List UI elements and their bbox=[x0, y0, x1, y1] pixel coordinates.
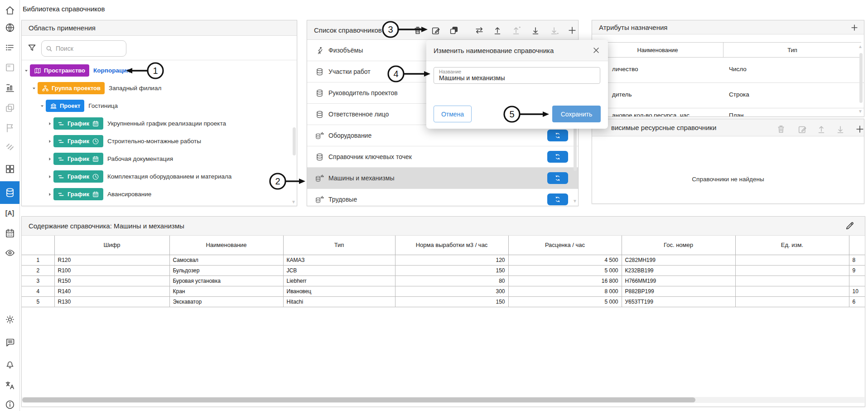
caret-right-icon[interactable] bbox=[46, 139, 53, 144]
caret-right-icon[interactable] bbox=[46, 121, 53, 126]
tree-item[interactable]: ГрафикКомплектация оборудованием и матер… bbox=[22, 168, 293, 185]
directory-item[interactable]: Трудовые bbox=[307, 189, 578, 206]
name-field[interactable]: Название Машины и механизмы bbox=[434, 67, 600, 84]
upload-icon bbox=[492, 25, 502, 35]
directory-item-label: Руководитель проектов bbox=[328, 89, 398, 97]
content-table-row[interactable]: 3R150Буровая установкаLiebherr8016 800Н7… bbox=[22, 276, 865, 286]
tree-item[interactable]: ГрафикАвансирование bbox=[22, 185, 293, 203]
sync-badge[interactable] bbox=[547, 172, 568, 184]
tree-item[interactable]: ПроектГостиница bbox=[22, 97, 293, 115]
content-column-header[interactable]: Ед. изм. bbox=[735, 236, 849, 255]
sidebar-item-grid[interactable] bbox=[0, 159, 19, 179]
attribute-row[interactable]: личествоЧисло bbox=[592, 58, 864, 83]
edit-button[interactable] bbox=[797, 124, 808, 135]
add-button[interactable] bbox=[854, 124, 864, 135]
sidebar-item-chart[interactable] bbox=[0, 78, 19, 98]
search-input[interactable]: Поиск bbox=[41, 40, 126, 57]
tree-item[interactable]: ГрафикРабочая документация bbox=[22, 150, 293, 168]
upload-button[interactable] bbox=[816, 124, 827, 135]
sync-badge[interactable] bbox=[547, 130, 568, 141]
attribute-row[interactable]: ановое кол-во ресурса, часПлан bbox=[592, 108, 864, 116]
content-cell: Кран bbox=[169, 286, 283, 296]
save-button[interactable]: Сохранить bbox=[552, 106, 601, 122]
sidebar-item-info[interactable] bbox=[0, 395, 19, 411]
scope-scrollbar[interactable] bbox=[293, 127, 296, 155]
caret-right-icon[interactable] bbox=[46, 174, 53, 179]
tree-item-label: Западный филиал bbox=[109, 85, 161, 92]
caret-down-icon[interactable] bbox=[39, 103, 46, 109]
horizontal-scrollbar-thumb[interactable] bbox=[22, 397, 695, 402]
upload-button[interactable] bbox=[492, 25, 503, 36]
attrs-scrollbar[interactable] bbox=[859, 53, 863, 103]
directory-item-label: Машины и механизмы bbox=[328, 174, 394, 182]
add-attribute-button[interactable] bbox=[849, 23, 859, 33]
sidebar-item-chat[interactable] bbox=[0, 332, 19, 352]
download-button[interactable] bbox=[835, 124, 846, 135]
upload-dot-button[interactable] bbox=[511, 25, 522, 36]
content-column-header[interactable]: Шифр bbox=[54, 236, 169, 255]
sidebar-item-globe[interactable] bbox=[0, 18, 19, 38]
sidebar-item-hatch[interactable] bbox=[0, 137, 19, 157]
content-column-header[interactable]: Расценка / час bbox=[508, 236, 622, 255]
sidebar-item-card[interactable] bbox=[0, 58, 19, 77]
content-table-row[interactable]: 2R100БульдозерJCB1505 000К232ВВ1999 bbox=[22, 265, 865, 276]
sidebar-item-sun[interactable] bbox=[0, 309, 19, 329]
tree-item-label: Укрупненный график реализации проекта bbox=[107, 120, 226, 127]
directory-item[interactable]: Машины и механизмы bbox=[307, 168, 578, 189]
directory-item[interactable]: Справочник ключевых точек bbox=[307, 146, 578, 168]
scroll-down-icon[interactable]: ▼ bbox=[858, 109, 863, 114]
sidebar-item-flag[interactable] bbox=[0, 118, 19, 138]
sync-badge[interactable] bbox=[547, 193, 568, 205]
content-table-row[interactable]: 4R140КранИвановец3008 000Р882ВР19910 bbox=[22, 286, 865, 296]
db-icon bbox=[315, 68, 324, 76]
db-chart-icon bbox=[315, 174, 324, 183]
swap-button[interactable] bbox=[474, 25, 485, 36]
scroll-down-icon[interactable]: ▼ bbox=[291, 199, 296, 204]
copy-sq-button[interactable] bbox=[448, 25, 459, 36]
clock-icon bbox=[92, 173, 99, 180]
filter-icon[interactable] bbox=[27, 43, 37, 53]
content-cell bbox=[735, 286, 849, 296]
content-column-header[interactable]: Гос. номер bbox=[622, 236, 735, 255]
edit-button[interactable] bbox=[430, 25, 441, 36]
sidebar-item-database[interactable] bbox=[0, 181, 19, 204]
attribute-row[interactable]: дительСтрока bbox=[592, 83, 864, 108]
close-icon[interactable] bbox=[592, 46, 601, 55]
content-table-row[interactable]: 5R130ЭкскаваторHitachi1505 000У653ТТ1996 bbox=[22, 296, 865, 307]
sidebar-item-bracket-a[interactable]: [A] bbox=[0, 203, 19, 223]
tree-item[interactable]: ГрафикУкрупненный график реализации прое… bbox=[22, 115, 293, 132]
sidebar-item-calendar[interactable] bbox=[0, 223, 19, 243]
attribute-type: Число bbox=[729, 66, 747, 73]
trash-button[interactable] bbox=[412, 25, 423, 36]
attributes-panel: Атрибуты назначения Наименование Тип лич… bbox=[592, 20, 864, 117]
sidebar-item-copy[interactable] bbox=[0, 98, 19, 118]
content-cell: Самосвал bbox=[169, 255, 283, 265]
content-column-header[interactable]: Тип bbox=[283, 236, 395, 255]
tree-item[interactable]: ПространствоКорпорация bbox=[22, 62, 293, 79]
edit-content-button[interactable] bbox=[844, 221, 855, 231]
content-table-row[interactable]: 1R120СамосвалКАМАЗ1204 500С282МН1998 bbox=[22, 255, 865, 265]
scroll-up-icon[interactable]: ▲ bbox=[858, 44, 863, 49]
content-column-header[interactable]: Норма выработки м3 / час bbox=[395, 236, 508, 255]
caret-down-icon[interactable] bbox=[30, 86, 38, 91]
content-column-header[interactable] bbox=[849, 236, 865, 255]
download-button[interactable] bbox=[530, 25, 541, 36]
sidebar-item-eye[interactable] bbox=[0, 243, 19, 263]
sync-badge[interactable] bbox=[547, 151, 568, 163]
scroll-down-icon[interactable]: ▼ bbox=[573, 198, 577, 203]
caret-right-icon[interactable] bbox=[46, 192, 53, 197]
sidebar-item-translate[interactable] bbox=[0, 375, 19, 395]
content-column-header[interactable]: Наименование bbox=[169, 236, 283, 255]
horizontal-scrollbar[interactable] bbox=[22, 397, 864, 403]
content-column-header[interactable] bbox=[22, 236, 54, 255]
sidebar-item-journal[interactable] bbox=[0, 38, 19, 58]
cancel-button[interactable]: Отмена bbox=[434, 106, 472, 122]
sidebar-item-bell[interactable] bbox=[0, 354, 19, 374]
tree-item[interactable]: ГрафикСтроительно-монтажные работы bbox=[22, 132, 293, 150]
trash-button[interactable] bbox=[776, 124, 786, 135]
tree-item[interactable]: Группа проектовЗападный филиал bbox=[22, 79, 293, 97]
download-dot-button[interactable] bbox=[549, 25, 560, 36]
caret-right-icon[interactable] bbox=[46, 156, 53, 162]
caret-down-icon[interactable] bbox=[23, 68, 30, 73]
add-button[interactable] bbox=[567, 25, 578, 36]
